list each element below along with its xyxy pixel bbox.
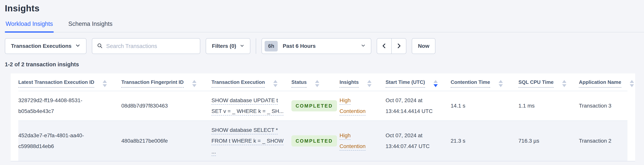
high-contention-link[interactable]: High Contention: [340, 95, 372, 117]
table-header-row: Latest Transaction Execution ID Transact…: [18, 73, 628, 91]
latest-execution-id: 452da3e7-e7fa-4801-aa40-c59988d14eb6: [18, 121, 121, 161]
status-badge: COMPLETED: [292, 100, 337, 111]
filters-button-label: Filters (0): [212, 43, 236, 49]
time-pager: [377, 38, 406, 54]
chevron-down-icon: [75, 43, 80, 49]
column-header-application-name[interactable]: Application Name: [579, 73, 628, 91]
chevron-down-icon: [361, 43, 366, 49]
page-title: Insights: [5, 3, 644, 14]
time-range-badge: 6h: [264, 41, 278, 52]
table-row: 328729d2-ff19-4408-8531-b05a5b4e43c7 08d…: [18, 91, 628, 121]
tab-workload-insights-label: Workload Insights: [6, 21, 53, 27]
application-name: Transaction 2: [579, 121, 628, 161]
column-header-transaction-execution[interactable]: Transaction Execution: [212, 73, 292, 91]
filters-button[interactable]: Filters (0): [206, 38, 250, 54]
transaction-insights-table: Latest Transaction Execution ID Transact…: [18, 73, 628, 161]
search-input[interactable]: [106, 43, 195, 49]
latest-execution-id: 328729d2-ff19-4408-8531-b05a5b4e43c7: [18, 91, 121, 121]
sort-icon[interactable]: [498, 80, 503, 87]
start-time: Oct 07, 2024 at 13:44:07.447 UTC: [386, 121, 451, 161]
sort-icon[interactable]: [562, 80, 566, 87]
next-time-button[interactable]: [391, 38, 406, 54]
chevron-left-icon: [381, 43, 387, 50]
column-header-latest-transaction-execution-id[interactable]: Latest Transaction Execution ID: [18, 73, 121, 91]
insights-page: Insights Workload Insights Schema Insigh…: [0, 3, 644, 165]
sort-icon[interactable]: [630, 80, 634, 87]
sql-cpu-time: 716.3 µs: [518, 121, 579, 161]
search-input-wrapper: [92, 38, 200, 54]
column-header-sql-cpu-time[interactable]: SQL CPU Time: [518, 73, 579, 91]
sort-icon[interactable]: [192, 80, 196, 87]
sort-icon-active-desc[interactable]: [434, 80, 438, 87]
transaction-execution-link[interactable]: SHOW database SELECT * FROM t WHERE k = …: [212, 125, 278, 157]
application-name: Transaction 3: [579, 91, 628, 121]
transaction-type-select[interactable]: Transaction Executions: [5, 38, 86, 54]
column-header-insights[interactable]: Insights: [340, 73, 386, 91]
high-contention-link[interactable]: High Contention: [340, 130, 372, 152]
results-count: 1-2 of 2 transaction insights: [5, 61, 644, 68]
tab-schema-insights-label: Schema Insights: [68, 21, 112, 27]
column-header-contention-time[interactable]: Contention Time: [451, 73, 518, 91]
sort-icon[interactable]: [273, 80, 278, 87]
toolbar: Transaction Executions Filters (0) 6h Pa…: [5, 38, 644, 54]
chevron-right-icon: [396, 43, 402, 50]
transaction-type-select-label: Transaction Executions: [11, 43, 72, 49]
column-header-transaction-fingerprint-id[interactable]: Transaction Fingerprint ID: [121, 73, 212, 91]
transaction-execution-link[interactable]: SHOW database UPDATE t SET v = _ WHERE k…: [212, 95, 278, 117]
sort-icon[interactable]: [103, 80, 107, 87]
fingerprint-id: 480a8b217be006fe: [121, 121, 212, 161]
tabs-bar: Workload Insights Schema Insights: [5, 19, 644, 32]
start-time: Oct 07, 2024 at 13:44:14.4414 UTC: [386, 91, 451, 121]
sort-icon[interactable]: [367, 80, 372, 87]
column-header-status[interactable]: Status: [292, 73, 340, 91]
tab-schema-insights[interactable]: Schema Insights: [68, 19, 113, 32]
prev-time-button[interactable]: [377, 38, 392, 54]
chevron-down-icon: [240, 43, 244, 49]
status-badge: COMPLETED: [292, 135, 337, 146]
fingerprint-id: 08d8b7d97f830463: [121, 91, 212, 121]
column-header-start-time[interactable]: Start Time (UTC): [386, 73, 451, 91]
search-icon: [97, 43, 103, 49]
tab-workload-insights[interactable]: Workload Insights: [5, 19, 54, 32]
now-button[interactable]: Now: [412, 38, 436, 54]
sql-cpu-time: 1.1 ms: [518, 91, 579, 121]
sort-icon[interactable]: [315, 80, 319, 87]
contention-time: 21.3 s: [451, 121, 518, 161]
table-row: 452da3e7-e7fa-4801-aa40-c59988d14eb6 480…: [18, 121, 628, 161]
insights-table-card: Latest Transaction Execution ID Transact…: [10, 73, 635, 161]
time-range-label: Past 6 Hours: [283, 43, 316, 49]
time-range-picker[interactable]: 6h Past 6 Hours: [262, 38, 371, 54]
toolbar-divider: [256, 38, 256, 54]
contention-time: 14.1 s: [451, 91, 518, 121]
